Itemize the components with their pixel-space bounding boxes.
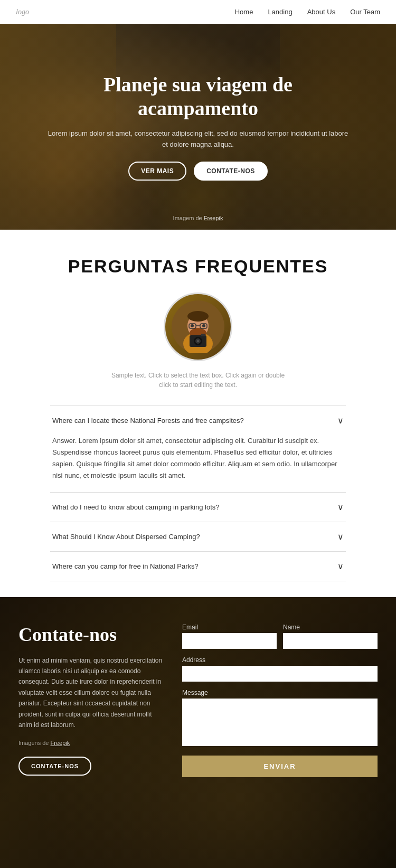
- faq-item-4: Where can you camp for free in National …: [50, 551, 346, 581]
- hero-content: Planeje sua viagem de acampamento Lorem …: [45, 73, 351, 181]
- form-address-inner: Address: [182, 656, 378, 682]
- faq-chevron-1: ∨: [337, 416, 344, 426]
- contact-credit: Imagens de Freepik: [18, 740, 166, 746]
- nav-home[interactable]: Home: [235, 8, 253, 16]
- form-email-group: Email: [182, 624, 277, 649]
- message-input[interactable]: [182, 699, 378, 746]
- faq-avatar: [164, 293, 232, 361]
- svg-point-14: [197, 340, 199, 342]
- form-name-group: Name: [283, 624, 378, 649]
- email-label: Email: [182, 624, 277, 631]
- hero-title: Planeje sua viagem de acampamento: [45, 73, 351, 121]
- hero-more-button[interactable]: VER MAIS: [128, 162, 186, 181]
- address-label: Address: [182, 656, 378, 664]
- faq-question-text-2: What do I need to know about camping in …: [52, 503, 220, 511]
- form-row-1: Email Name: [182, 624, 378, 649]
- hero-section: Planeje sua viagem de acampamento Lorem …: [0, 24, 396, 230]
- nav-landing[interactable]: Landing: [268, 8, 292, 16]
- name-input[interactable]: [283, 633, 378, 649]
- faq-question-4[interactable]: Where can you camp for free in National …: [50, 552, 346, 581]
- svg-point-4: [187, 311, 209, 322]
- hero-credit-link[interactable]: Freepik: [204, 215, 223, 221]
- faq-item-1: Where can I locate these National Forest…: [50, 405, 346, 492]
- nav-team[interactable]: Our Team: [350, 8, 380, 16]
- faq-chevron-3: ∨: [337, 532, 344, 542]
- nav-links: Home Landing About Us Our Team: [235, 8, 380, 16]
- faq-question-text-3: What Should I Know About Dispersed Campi…: [52, 533, 200, 541]
- hero-subtitle: Lorem ipsum dolor sit amet, consectetur …: [45, 128, 351, 150]
- contact-form: Email Name Address Message ENVIAR: [182, 624, 378, 777]
- form-address-group: Address: [182, 656, 378, 682]
- faq-item-3: What Should I Know About Dispersed Campi…: [50, 522, 346, 551]
- submit-button[interactable]: ENVIAR: [182, 756, 378, 777]
- name-label: Name: [283, 624, 378, 631]
- email-input[interactable]: [182, 633, 277, 649]
- svg-point-9: [191, 324, 194, 327]
- hero-contact-button[interactable]: CONTATE-NOS: [194, 162, 268, 181]
- faq-item-2: What do I need to know about camping in …: [50, 492, 346, 522]
- logo: logo: [16, 8, 29, 16]
- navbar: logo Home Landing About Us Our Team: [0, 0, 396, 24]
- faq-sample-text: Sample text. Click to select the text bo…: [108, 371, 288, 390]
- contact-left-panel: Contate-nos Ut enim ad minim veniam, qui…: [18, 624, 166, 776]
- hero-credit: Imagem de Freepik: [173, 215, 223, 221]
- message-label: Message: [182, 689, 378, 696]
- contact-description: Ut enim ad minim veniam, quis nostrud ex…: [18, 655, 166, 731]
- faq-avatar-image: [172, 300, 224, 353]
- contact-outline-button[interactable]: CONTATE-NOS: [18, 757, 91, 776]
- faq-chevron-4: ∨: [337, 561, 344, 571]
- faq-list: Where can I locate these National Forest…: [50, 405, 346, 581]
- faq-section: PERGUNTAS FREQUENTES: [0, 230, 396, 597]
- form-message-group: Message: [182, 689, 378, 746]
- faq-title: PERGUNTAS FREQUENTES: [16, 256, 380, 277]
- hero-buttons: VER MAIS CONTATE-NOS: [45, 162, 351, 181]
- faq-answer-1: Answer. Lorem ipsum dolor sit amet, cons…: [50, 435, 346, 492]
- faq-question-1[interactable]: Where can I locate these National Forest…: [50, 406, 346, 435]
- contact-credit-link[interactable]: Freepik: [51, 740, 70, 746]
- contact-section: Contate-nos Ut enim ad minim veniam, qui…: [0, 597, 396, 868]
- faq-question-2[interactable]: What do I need to know about camping in …: [50, 493, 346, 522]
- nav-about[interactable]: About Us: [307, 8, 335, 16]
- address-input[interactable]: [182, 666, 378, 682]
- faq-chevron-2: ∨: [337, 502, 344, 512]
- svg-rect-15: [201, 334, 205, 336]
- svg-point-10: [202, 324, 205, 327]
- contact-title: Contate-nos: [18, 624, 166, 646]
- faq-question-text-1: Where can I locate these National Forest…: [52, 417, 244, 424]
- faq-question-text-4: Where can you camp for free in National …: [52, 562, 199, 570]
- faq-question-3[interactable]: What Should I Know About Dispersed Campi…: [50, 522, 346, 551]
